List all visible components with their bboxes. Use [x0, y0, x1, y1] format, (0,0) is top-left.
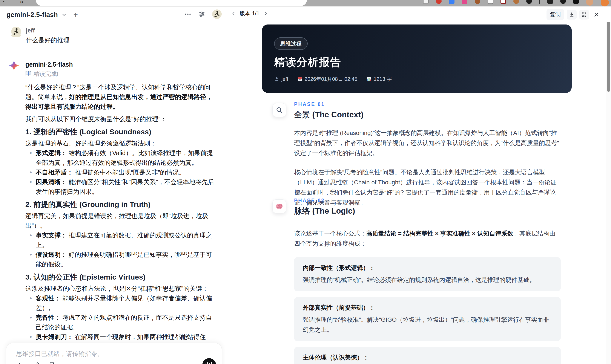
user-avatar[interactable]: [212, 10, 222, 19]
list-term: 不自相矛盾：: [36, 169, 73, 176]
toolbar-divider: [539, 0, 540, 4]
phase-timeline-line: [286, 215, 286, 364]
version-label: 版本 1/1: [240, 10, 260, 17]
gemini-star-icon: [9, 60, 19, 72]
list-item: 形式逻辑： 结构必须有效（Valid）。比如演绎推理中，如果前提全部为真，那么通…: [25, 148, 217, 168]
scrollbar-track[interactable]: [606, 16, 611, 364]
extension-icon[interactable]: [488, 0, 493, 4]
section-heading: 3. 认知的公正性 (Epistemic Virtues): [25, 273, 217, 281]
more-options-button[interactable]: [184, 11, 192, 18]
chat-panel: gemini-2.5-flash +: [0, 6, 225, 364]
dimension-card-body: 强调推理的“机械正确”。结论必须在给定的规则系统内逻辑自洽，这是推理的硬件基础。: [303, 275, 552, 285]
dimension-card-title: 外部真实性（前提基础）：: [303, 303, 552, 312]
user-message-text: 什么是好的推理: [26, 36, 69, 45]
download-icon[interactable]: [567, 10, 577, 20]
bookmark-icon[interactable]: [49, 362, 55, 364]
dimension-card-title: 主体伦理（认识美德）：: [303, 353, 552, 362]
phase-title: 全景 (The Context): [294, 109, 561, 120]
chat-model-title[interactable]: gemini-2.5-flash: [6, 11, 58, 19]
assistant-name: gemini-2.5-flash: [25, 61, 73, 68]
dimension-card: 主体伦理（认识美德）： 转向推理者的心理特征。引入奥卡姆剃刀和反向论证，旨在克服…: [294, 347, 561, 364]
open-book-icon: [25, 71, 31, 77]
browser-extensions-row: [423, 0, 609, 6]
voice-input-button[interactable]: [202, 358, 216, 364]
version-next-icon[interactable]: [263, 11, 268, 16]
extension-icon[interactable]: [513, 0, 519, 4]
copy-button[interactable]: 复制: [546, 9, 564, 20]
list-item: 完备性： 考虑了对立的观点和潜在的反证，而不是只选择支持自己结论的证据。: [25, 313, 217, 332]
phase-paragraph: 本内容是对“推理 (Reasoning)”这一抽象概念的高层建模。在知识爆炸与人…: [294, 128, 561, 158]
section-intro: 这是推理的基石。好的推理必须遵循逻辑法则：: [25, 139, 217, 148]
dimension-card: 内部一致性（形式逻辑）： 强调推理的“机械正确”。结论必须在给定的规则系统内逻辑…: [294, 257, 561, 291]
ink-figure-avatar-image: [212, 10, 222, 19]
browser-profile-avatar[interactable]: [586, 0, 593, 6]
report-date: 17 2026年01月08日 02:45: [297, 76, 358, 82]
chevron-down-icon[interactable]: [61, 12, 67, 18]
fullscreen-expand-icon[interactable]: [579, 10, 589, 20]
close-icon[interactable]: [592, 10, 601, 19]
dimension-cards: 内部一致性（形式逻辑）： 强调推理的“机械正确”。结论必须在给定的规则系统内逻辑…: [294, 257, 561, 364]
extension-icon[interactable]: [436, 0, 442, 4]
report-meta: jeff 17 2026年01月08日 02:45 1213 字: [274, 76, 392, 82]
section-intro: 这涉及推理者的心态和方法论，也是区分“杠精”和“思想家”的关键：: [25, 284, 217, 294]
brain-icon: [275, 203, 283, 210]
browser-toolbar: ◔ ⠿: [0, 0, 611, 6]
phase-timeline-line: [286, 117, 286, 198]
scrollbar-thumb[interactable]: [607, 20, 610, 92]
list-desc: 推理链条中不能出现“既是又非”的情况。: [73, 169, 185, 176]
list-term: 客观性：: [36, 295, 61, 302]
list-desc: 能够识别并尽量排除个人偏见（如幸存者偏差、确认偏差）。: [36, 295, 212, 311]
list-item: 假设透明： 好的推理会明确指明哪些是已知事实，哪些是基于可能的假设。: [25, 250, 217, 269]
bar-chart-icon: [366, 77, 372, 82]
extension-icon[interactable]: [547, 0, 553, 4]
extension-icon[interactable]: [449, 0, 454, 4]
phase-label: PHASE 01: [294, 101, 561, 107]
dimension-card-body: 强调推理的“经验校准”。解决“GIGO（垃圾进，垃圾出）”问题，确保推理引擎运行…: [303, 315, 552, 335]
section-heading: 1. 逻辑的严密性 (Logical Soundness): [25, 127, 217, 136]
dimension-card: 外部真实性（前提基础）： 强调推理的“经验校准”。解决“GIGO（垃圾进，垃圾出…: [294, 297, 561, 341]
attach-plus-button[interactable]: [16, 362, 23, 364]
bullet-list: 形式逻辑： 结构必须有效（Valid）。比如演绎推理中，如果前提全部为真，那么通…: [25, 148, 217, 197]
settings-sliders-icon[interactable]: [198, 10, 206, 18]
browser-url-bar[interactable]: [36, 0, 307, 6]
report-header: 版本 1/1 复制: [226, 6, 611, 22]
phase-2-icon-card: [272, 199, 286, 213]
list-item: 事实支撑： 推理建立在可靠的数据、准确的观测或公认的真理之上。: [25, 231, 217, 250]
svg-text:17: 17: [299, 79, 301, 81]
extension-icon[interactable]: [462, 0, 467, 4]
list-item: 不自相矛盾： 推理链条中不能出现“既是又非”的情况。: [25, 168, 217, 177]
report-actions: 复制: [546, 9, 601, 20]
assistant-status: 精读完成!: [25, 70, 58, 78]
paragraph: 我们可以从以下四个维度来衡量什么是“好的推理”：: [25, 114, 217, 124]
magnifier-icon: [276, 106, 283, 114]
list-item: 因果清晰： 能准确区分“相关性”和“因果关系”，不会轻率地将先后发生的事情归为因…: [25, 177, 217, 197]
browser-grid-icon[interactable]: ⠿: [20, 0, 24, 5]
extension-icon[interactable]: [501, 0, 506, 4]
version-prev-icon[interactable]: [231, 11, 236, 16]
message-composer[interactable]: 思维接口已就绪，请传输指令。: [6, 343, 222, 364]
sparkle-diamonds-icon[interactable]: [35, 362, 42, 364]
user-message-avatar: [11, 34, 21, 37]
extension-icon[interactable]: [475, 0, 480, 4]
extension-icon[interactable]: [560, 0, 566, 4]
list-term: 假设透明：: [36, 251, 67, 258]
new-chat-button[interactable]: +: [73, 10, 78, 19]
phase-paragraph-bold: 高质量结论 = 结构完整性 × 事实准确性 × 认知自律系数: [366, 230, 513, 237]
report-type-badge: 思维过程: [274, 37, 308, 50]
assistant-status-text: 精读完成!: [34, 70, 58, 78]
phase-title: 脉络 (The Logic): [294, 206, 561, 216]
extension-icon[interactable]: [423, 0, 429, 4]
extension-icon[interactable]: [573, 0, 579, 4]
browser-timer-icon[interactable]: ◔: [2, 0, 5, 5]
phase-1-icon-card: [272, 103, 286, 117]
extension-icon[interactable]: [601, 0, 609, 6]
phase-paragraph-text: 该论述基于一个核心公式：: [294, 230, 366, 237]
report-author: jeff: [274, 76, 288, 82]
section-intro: 逻辑再完美，如果前提是错误的，推理也是垃圾（即“垃圾进，垃圾出”）。: [25, 211, 217, 231]
app-window: ◔ ⠿ g: [0, 0, 611, 364]
extension-icon[interactable]: [526, 0, 532, 4]
bullet-list: 事实支撑： 推理建立在可靠的数据、准确的观测或公认的真理之上。 假设透明： 好的…: [25, 231, 217, 269]
list-item: 客观性： 能够识别并尽量排除个人偏见（如幸存者偏差、确认偏差）。: [25, 294, 217, 313]
version-navigation: 版本 1/1: [231, 10, 268, 17]
report-panel: 版本 1/1 复制: [226, 6, 611, 364]
